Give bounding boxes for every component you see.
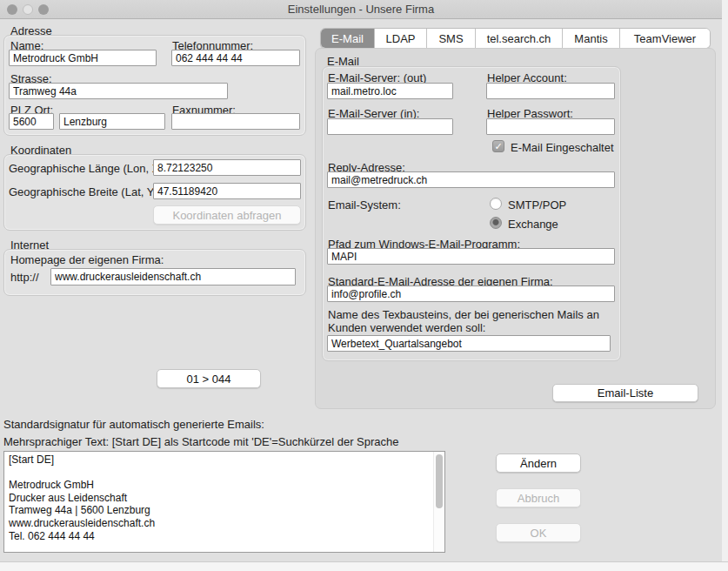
signature-title-label: Standardsignatur für automatisch generie… (3, 418, 264, 431)
settings-window: Einstellungen - Unsere Firma Adresse Nam… (0, 0, 722, 561)
server-in-field[interactable] (327, 118, 453, 135)
helper-account-field[interactable] (486, 83, 615, 99)
phone-field[interactable] (171, 50, 300, 66)
reply-address-field[interactable] (327, 171, 615, 188)
plz-field[interactable] (9, 113, 54, 130)
latitude-label: Geographische Breite (Lat, Y) (9, 185, 158, 198)
mapi-path-field[interactable] (327, 248, 615, 265)
email-system-label: Email-System: (328, 198, 401, 212)
homepage-label: Homepage der eigenen Firma: (10, 253, 164, 266)
signature-scrollbar[interactable] (433, 452, 444, 552)
tab-ldap[interactable]: LDAP (375, 29, 427, 48)
signature-text: [Start DE] Metrodruck GmbH Drucker aus L… (9, 453, 431, 553)
tab-email[interactable]: E-Mail (321, 29, 375, 48)
email-enabled-label: E-Mail Eingeschaltet (511, 141, 614, 154)
email-enabled-checkbox[interactable]: ✓ (492, 140, 504, 152)
signature-textarea[interactable]: [Start DE] Metrodruck GmbH Drucker aus L… (3, 451, 445, 553)
desktop-edge-bottom (0, 561, 728, 571)
cancel-button[interactable]: Abbruch (496, 488, 581, 507)
radio-exchange-label: Exchange (508, 218, 558, 231)
fax-field[interactable] (171, 113, 300, 130)
desktop-edge-right (722, 0, 728, 571)
textblock-label: Name des Texbausteins, der bei generisch… (328, 308, 618, 334)
city-field[interactable] (59, 113, 165, 130)
radio-smtp-pop[interactable] (490, 198, 502, 210)
latitude-field[interactable] (153, 183, 301, 199)
longitude-label: Geographische Länge (Lon, X) (9, 162, 164, 175)
tab-mantis[interactable]: Mantis (563, 29, 620, 48)
server-out-field[interactable] (327, 83, 453, 99)
tab-bar: E-Mail LDAP SMS tel.search.ch Mantis Tea… (320, 28, 711, 49)
radio-smtp-pop-label: SMTP/POP (508, 198, 566, 212)
textblock-field[interactable] (327, 335, 611, 352)
window-title: Einstellungen - Unsere Firma (0, 3, 722, 16)
title-bar: Einstellungen - Unsere Firma (0, 0, 722, 19)
email-list-button[interactable]: Email-Liste (552, 384, 698, 402)
homepage-field[interactable] (50, 268, 296, 286)
scrollbar-thumb[interactable] (436, 454, 443, 508)
longitude-field[interactable] (153, 159, 301, 176)
tab-teamviewer[interactable]: TeamViewer (620, 29, 710, 48)
query-coordinates-button[interactable]: Koordinaten abfragen (153, 205, 301, 225)
protocol-prefix-label: http:// (10, 271, 39, 284)
change-button[interactable]: Ändern (496, 453, 581, 473)
std-email-field[interactable] (327, 286, 615, 302)
name-field[interactable] (9, 50, 157, 66)
tab-telsearch[interactable]: tel.search.ch (476, 29, 563, 48)
range-button[interactable]: 01 > 044 (157, 369, 261, 388)
helper-password-field[interactable] (486, 118, 615, 135)
signature-hint-label: Mehrsprachiger Text: [Start DE] als Star… (3, 435, 399, 448)
tab-sms[interactable]: SMS (427, 29, 476, 48)
street-field[interactable] (9, 83, 228, 99)
ok-button[interactable]: OK (496, 523, 581, 542)
radio-exchange[interactable] (490, 217, 502, 229)
